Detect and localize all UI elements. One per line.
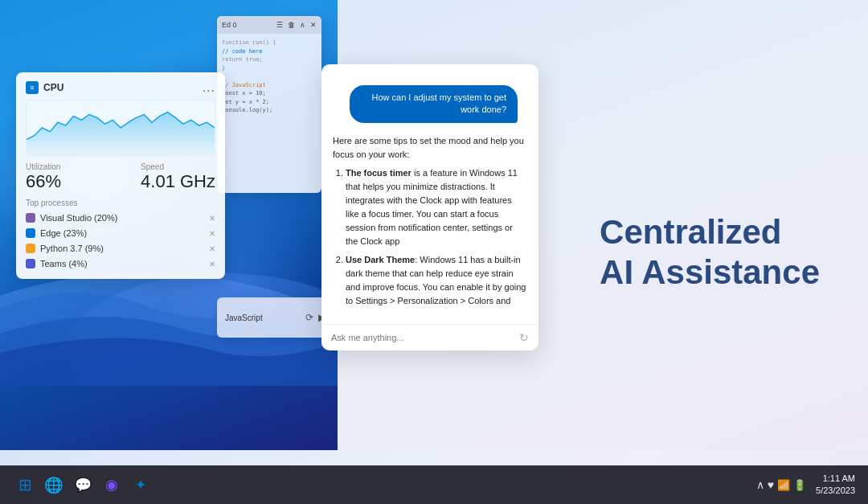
taskbar-tray-icons: ∧ ♥ 📶 🔋 [756,478,806,491]
tray-network-icon[interactable]: 📶 [777,479,790,491]
utilization-label: Utilization [26,162,61,171]
process-row: Visual Studio (20%) ✕ [26,211,215,226]
script-panel: JavaScript ⟳ ▶ [217,297,334,338]
speed-stat: Speed 4.01 GHz [141,162,215,192]
taskbar-icon-windows[interactable]: ⊞ [13,473,37,497]
process-list: Visual Studio (20%) ✕ Edge (23%) ✕ Pytho… [26,211,215,271]
process-left: Visual Studio (20%) [26,213,117,223]
cpu-graph [26,100,215,156]
editor-panel: Ed 0 ☰ 🗑 ∧ ✕ function run() { // code he… [217,16,321,193]
process-name: Python 3.7 (9%) [40,244,104,253]
cpu-more-button[interactable]: ... [203,80,215,95]
chat-response-intro: Here are some tips to set the mood and h… [333,134,527,162]
editor-code-line: function run() { [222,39,317,47]
script-run-icon[interactable]: ⟳ [305,312,313,323]
process-dot [26,244,35,253]
editor-code-line: return true; [222,55,317,64]
utilization-value: 66% [26,171,61,192]
chat-send-icon[interactable]: ↻ [519,331,529,344]
process-dot [26,213,35,223]
speed-value: 4.01 GHz [141,171,215,192]
chat-input-area[interactable]: ↻ [321,324,538,350]
process-close-icon[interactable]: ✕ [209,214,215,223]
cpu-widget-header: ≡ CPU ... [26,80,215,95]
process-left: Teams (4%) [26,259,88,268]
script-label: JavaScript [225,313,263,322]
process-row: Python 3.7 (9%) ✕ [26,241,215,256]
editor-titlebar: Ed 0 ☰ 🗑 ∧ ✕ [217,16,321,34]
cpu-title: CPU [43,82,63,93]
taskbar-clock[interactable]: 1:11 AM 5/23/2023 [816,473,855,498]
editor-grid-icon[interactable]: ☰ [276,21,283,29]
cpu-widget: ≡ CPU ... Utilization 66% Speed 4.01 GHz… [16,72,225,279]
editor-delete-icon[interactable]: 🗑 [288,21,295,29]
chat-input[interactable] [331,333,513,342]
editor-code-line: const x = 10; [222,89,317,98]
process-close-icon[interactable]: ✕ [209,260,215,268]
taskbar-date: 5/23/2023 [816,485,855,497]
taskbar-right: ∧ ♥ 📶 🔋 1:11 AM 5/23/2023 [756,473,855,498]
taskbar-icon-edge[interactable]: 🌐 [42,473,66,497]
tray-heart-icon[interactable]: ♥ [768,478,774,491]
editor-toolbar: ☰ 🗑 ∧ ✕ [276,21,317,29]
process-left: Edge (23%) [26,228,87,238]
right-text-section: Centralized AI Assistance [600,211,820,293]
editor-code-line: // code here [222,47,317,56]
process-row: Teams (4%) ✕ [26,256,215,271]
taskbar: ⊞ 🌐 💬 ◉ ✦ ∧ ♥ 📶 🔋 1:11 AM 5/23/2023 [0,465,868,504]
chat-user-bubble: How can I adjust my system to get work d… [350,85,518,123]
process-name: Teams (4%) [40,259,88,268]
chat-response-item: Use Dark Theme: Windows 11 has a built-i… [346,253,527,308]
editor-code-line: } [222,64,317,73]
process-close-icon[interactable]: ✕ [209,229,215,238]
taskbar-icon-teams[interactable]: 💬 [71,473,95,497]
editor-body: function run() { // code here return tru… [217,34,321,120]
chat-response-list: The focus timer is a feature in Windows … [333,166,527,308]
editor-title: Ed 0 [222,21,237,29]
editor-code-line [222,72,317,81]
chat-user-message-container: How can I adjust my system to get work d… [321,64,538,74]
chat-response-item: The focus timer is a feature in Windows … [346,166,527,248]
process-dot [26,259,35,268]
process-row: Edge (23%) ✕ [26,226,215,241]
cpu-stats: Utilization 66% Speed 4.01 GHz [26,162,215,192]
editor-code-line: console.log(y); [222,106,317,115]
process-name: Visual Studio (20%) [40,213,117,223]
cpu-icon: ≡ [26,81,39,94]
taskbar-icon-vscode[interactable]: ✦ [129,473,153,497]
editor-up-icon[interactable]: ∧ [300,21,305,29]
centralized-title-line2: AI Assistance [600,252,820,293]
editor-close-icon[interactable]: ✕ [310,21,317,29]
tray-chevron-icon[interactable]: ∧ [756,478,764,491]
taskbar-time: 1:11 AM [816,473,855,485]
speed-label: Speed [141,162,215,171]
process-left: Python 3.7 (9%) [26,244,104,253]
taskbar-icon-copilot[interactable]: ◉ [100,473,124,497]
cpu-title-row: ≡ CPU [26,81,63,94]
chat-response: Here are some tips to set the mood and h… [321,131,538,322]
processes-title: Top processes [26,199,215,207]
editor-code-line: let y = x * 2; [222,98,317,107]
tray-battery-icon[interactable]: 🔋 [793,479,806,491]
process-dot [26,228,35,238]
utilization-stat: Utilization 66% [26,162,61,192]
taskbar-icons: ⊞ 🌐 💬 ◉ ✦ [13,473,153,497]
process-name: Edge (23%) [40,228,87,238]
process-close-icon[interactable]: ✕ [209,244,215,253]
centralized-title-line1: Centralized [600,211,820,252]
chat-messages: How can I adjust my system to get work d… [321,64,538,324]
editor-code-line: // JavaScript [222,81,317,90]
chat-panel: How can I adjust my system to get work d… [321,64,538,350]
